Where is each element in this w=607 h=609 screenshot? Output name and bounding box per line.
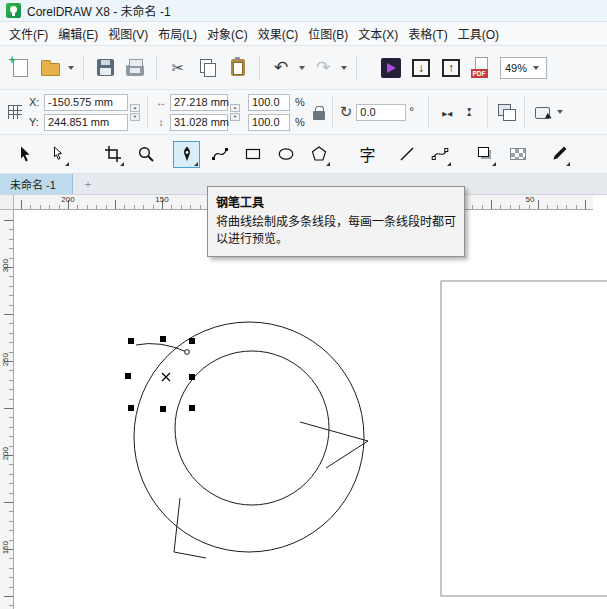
menu-tools[interactable]: 工具(O) (453, 22, 504, 45)
selection-center-mark[interactable] (162, 373, 170, 381)
stepper-down-icon[interactable] (130, 113, 140, 121)
menu-table[interactable]: 表格(T) (403, 22, 452, 45)
position-stepper[interactable] (130, 104, 140, 121)
menu-view[interactable]: 视图(V) (103, 22, 153, 45)
propbar-separator (428, 96, 429, 128)
paste-button[interactable] (224, 53, 252, 83)
menu-bitmaps[interactable]: 位图(B) (303, 22, 353, 45)
ruler-label: 200 (61, 195, 74, 204)
dropdown-caret (492, 162, 496, 166)
menu-layout[interactable]: 布局(L) (153, 22, 202, 45)
stepper-up-icon[interactable] (130, 104, 140, 112)
selected-curve[interactable] (136, 344, 187, 352)
tool-pen[interactable] (173, 141, 200, 168)
stepper-down-icon[interactable] (230, 113, 240, 121)
toolbar-separator (83, 55, 84, 81)
stepper-up-icon[interactable] (230, 104, 240, 112)
workspace: 200 150 50 300 250 200 150 (0, 195, 607, 609)
rotation-angle-field[interactable]: 0.0 (356, 104, 406, 121)
y-position-field[interactable]: 244.851 mm (44, 114, 128, 131)
new-document-button[interactable]: + (6, 53, 34, 83)
selection-handle[interactable] (160, 336, 166, 342)
import-icon (412, 59, 430, 77)
menu-effects[interactable]: 效果(C) (253, 22, 304, 45)
toolbox: 字 (0, 135, 607, 174)
tool-eyedropper[interactable] (545, 141, 572, 168)
selection-handle[interactable] (189, 338, 195, 344)
save-button[interactable] (91, 53, 119, 83)
menu-bar: 文件(F) 编辑(E) 视图(V) 布局(L) 对象(C) 效果(C) 位图(B… (0, 22, 607, 46)
pen-path-right[interactable] (300, 422, 368, 468)
paste-icon (231, 59, 245, 76)
dropdown-caret (65, 162, 69, 166)
launch-icon (381, 58, 401, 78)
import-button[interactable] (407, 53, 435, 83)
print-button[interactable] (121, 53, 149, 83)
tool-text[interactable]: 字 (354, 141, 381, 168)
redo-button[interactable] (309, 53, 337, 83)
tool-dropshadow[interactable] (471, 141, 498, 168)
ruler-origin-corner[interactable] (0, 195, 14, 210)
selection-handle[interactable] (125, 373, 131, 379)
object-position-icon[interactable] (8, 105, 22, 119)
zoom-level-select[interactable]: 49% (500, 57, 547, 79)
scale-horizontal-field[interactable]: 100.0 (248, 94, 290, 111)
tool-bezier[interactable] (426, 141, 453, 168)
copy-button[interactable] (194, 53, 222, 83)
scale-h-percent: % (295, 96, 305, 108)
ruler-label: 50 (526, 195, 535, 204)
object-height-field[interactable]: 31.028 mm (170, 114, 228, 131)
layers-button[interactable] (496, 102, 516, 122)
document-tab[interactable]: 未命名 -1 (0, 174, 73, 194)
drawing-canvas[interactable] (14, 210, 607, 609)
tooltip-title: 钢笔工具 (216, 193, 456, 210)
tool-pick[interactable] (11, 141, 38, 168)
tool-shape[interactable] (44, 141, 71, 168)
tool-polygon[interactable] (305, 141, 332, 168)
selection-handle[interactable] (128, 405, 134, 411)
tool-ellipse[interactable] (272, 141, 299, 168)
menu-text[interactable]: 文本(X) (353, 22, 403, 45)
selection-handle[interactable] (160, 406, 166, 412)
mirror-vertical-button[interactable] (459, 102, 479, 122)
tool-crop[interactable] (99, 141, 126, 168)
open-dropdown-caret[interactable] (68, 66, 74, 70)
menu-edit[interactable]: 编辑(E) (53, 22, 103, 45)
outer-circle[interactable] (134, 322, 364, 552)
size-stepper[interactable] (230, 104, 240, 121)
selection-handle[interactable] (189, 374, 195, 380)
export-button[interactable] (437, 53, 465, 83)
tool-bspline[interactable] (206, 141, 233, 168)
scale-vertical-field[interactable]: 100.0 (248, 114, 290, 131)
add-page-button[interactable] (79, 176, 97, 192)
transparency-icon (510, 148, 526, 160)
tool-zoom[interactable] (132, 141, 159, 168)
lock-ratio-icon[interactable] (313, 111, 325, 120)
object-width-field[interactable]: 27.218 mm (170, 94, 228, 111)
menu-file[interactable]: 文件(F) (4, 22, 53, 45)
selection-handle[interactable] (128, 338, 134, 344)
cut-button[interactable] (164, 53, 192, 83)
curve-node[interactable] (185, 350, 190, 355)
selection-handle[interactable] (189, 405, 195, 411)
undo-icon (274, 57, 288, 78)
menu-object[interactable]: 对象(C) (202, 22, 253, 45)
redo-dropdown-caret[interactable] (341, 66, 347, 70)
dropdown-caret (120, 162, 124, 166)
snap-options-button[interactable] (533, 102, 553, 122)
rotation-icon (340, 103, 353, 121)
mirror-horizontal-button[interactable] (437, 102, 457, 122)
tool-transparency[interactable] (504, 141, 531, 168)
x-position-field[interactable]: -150.575 mm (44, 94, 128, 111)
open-button[interactable] (36, 53, 64, 83)
propbar-separator (147, 96, 148, 128)
vertical-ruler[interactable]: 300 250 200 150 (0, 210, 14, 609)
tool-rectangle[interactable] (239, 141, 266, 168)
launch-button[interactable] (377, 53, 405, 83)
snap-options-caret[interactable] (557, 110, 563, 114)
publish-pdf-button[interactable]: PDF (467, 53, 495, 83)
undo-button[interactable] (267, 53, 295, 83)
undo-dropdown-caret[interactable] (299, 66, 305, 70)
tool-line[interactable] (393, 141, 420, 168)
inner-circle[interactable] (175, 351, 329, 505)
